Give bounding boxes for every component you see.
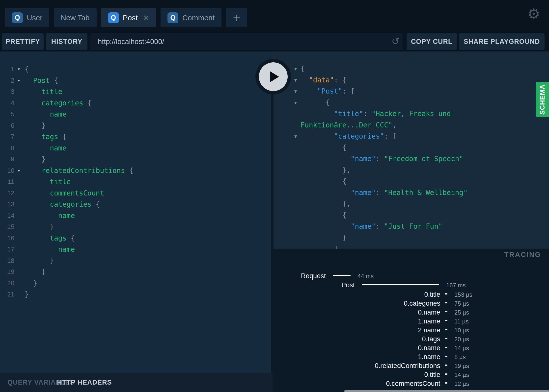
query-editor[interactable]: 1▾{2▾ Post {3 title4 categories {5 name6…	[0, 51, 273, 373]
fold-arrow-icon[interactable]: ▾	[292, 131, 299, 142]
code-line-text: }	[23, 278, 37, 289]
tracing-resolver-label: 1.name	[273, 353, 440, 361]
code-line-text: "name": "Just For Fun"	[273, 221, 549, 232]
fold-arrow-icon[interactable]: ▾	[292, 97, 299, 108]
tracing-duration-value: 25 µs	[454, 309, 469, 316]
endpoint-url-input[interactable]	[98, 33, 375, 50]
reload-schema-icon[interactable]: ↺	[391, 36, 399, 47]
response-line: "name": "Health & Wellbeing"	[273, 187, 549, 198]
editor-line: 16 tags {	[0, 233, 273, 244]
line-number: 10	[0, 165, 14, 176]
tab-comment[interactable]: QComment	[161, 8, 221, 27]
tracing-resolver-label: Post	[273, 281, 355, 289]
tracing-row: Post167 ms	[273, 281, 549, 290]
fold-gutter	[14, 266, 23, 278]
code-line-text: "name": "Freedom of Speech"	[273, 153, 549, 165]
response-json: ▾{▾ "data": {▾ "Post": [▾ { "title": "Ha…	[273, 51, 549, 249]
code-line-text: {	[273, 176, 549, 187]
new-tab-button[interactable]: +	[226, 8, 247, 27]
fold-gutter	[14, 154, 23, 165]
fold-arrow-icon[interactable]: ▾	[14, 165, 23, 176]
fold-arrow-icon[interactable]: ▾	[14, 64, 23, 75]
response-line: },	[273, 198, 549, 210]
code-line-text: name	[23, 143, 67, 154]
code-line-text: relatedContributions {	[23, 165, 133, 176]
code-line-text: }	[23, 289, 29, 300]
code-line-text: },	[273, 165, 549, 176]
prettify-button[interactable]: PRETTIFY	[2, 33, 44, 50]
code-line-text: name	[23, 109, 67, 120]
tracing-duration-bar	[362, 284, 439, 285]
share-playground-button[interactable]: SHARE PLAYGROUND	[459, 33, 545, 50]
code-line-text: tags {	[23, 131, 67, 143]
editor-line: 8 name	[0, 143, 273, 154]
response-line: ]	[273, 243, 549, 249]
line-number: 17	[0, 244, 14, 255]
line-number: 14	[0, 210, 14, 221]
graphql-playground: QUserNew TabQPost×QComment+ ⚙ PRETTIFY H…	[0, 0, 549, 392]
tracing-duration-tick	[445, 382, 447, 384]
tab-label: Post	[123, 14, 138, 22]
fold-arrow-icon[interactable]: ▾	[292, 74, 299, 86]
fold-arrow-icon[interactable]: ▾	[292, 86, 299, 97]
tracing-duration-value: 14 µs	[454, 371, 469, 378]
fold-arrow-icon[interactable]: ▾	[292, 63, 299, 74]
history-button[interactable]: HISTORY	[46, 33, 87, 50]
copy-curl-button[interactable]: COPY CURL	[407, 33, 457, 50]
tracing-duration-tick	[445, 338, 447, 339]
tracing-row: 0.relatedContributions19 µs	[273, 362, 549, 371]
tracing-row: 0.name25 µs	[273, 309, 549, 318]
tracing-row: 0.name14 µs	[273, 344, 549, 353]
code-line-text: categories {	[23, 98, 92, 109]
editor-line: 21}	[0, 289, 273, 300]
editor-line: 19 }	[0, 266, 273, 278]
tracing-resolver-label: 2.name	[273, 326, 440, 334]
tab-post[interactable]: QPost×	[101, 8, 156, 27]
line-number: 1	[0, 64, 14, 75]
line-number: 5	[0, 109, 14, 120]
editor-line: 14 name	[0, 210, 273, 221]
code-line-text: {	[273, 63, 549, 74]
tab-user[interactable]: QUser	[5, 8, 49, 27]
http-headers-tab[interactable]: HTTP HEADERS	[57, 379, 112, 386]
response-line: "title": "Hacker, Freaks und	[273, 108, 549, 120]
tracing-resolver-label: 0.name	[273, 309, 440, 316]
response-line: ▾ "data": {	[273, 74, 549, 86]
settings-gear-icon[interactable]: ⚙	[526, 4, 542, 23]
tracing-duration-tick	[445, 293, 447, 294]
tracing-panel: TRACING Request44 msPost167 ms0.title153…	[273, 249, 549, 392]
close-tab-icon[interactable]: ×	[143, 13, 149, 23]
response-line: "name": "Freedom of Speech"	[273, 153, 549, 165]
tracing-row: 1.name8 µs	[273, 353, 549, 362]
code-line-text: },	[273, 198, 549, 210]
line-number: 11	[0, 176, 14, 188]
horizontal-scrollbar[interactable]	[344, 390, 549, 392]
execute-button[interactable]	[255, 59, 291, 95]
response-line: Funktionäre...Der CCC",	[273, 120, 549, 131]
tracing-resolver-label: 0.relatedContributions	[273, 362, 440, 370]
fold-arrow-icon[interactable]: ▾	[14, 75, 23, 86]
fold-gutter	[14, 98, 23, 109]
editor-line: 17 name	[0, 244, 273, 255]
code-line-text: {	[273, 210, 549, 221]
tab-new-tab[interactable]: New Tab	[54, 8, 96, 27]
fold-gutter	[14, 233, 23, 244]
fold-gutter	[14, 289, 23, 300]
execute-button-circle	[259, 62, 288, 91]
editor-line: 7 tags {	[0, 131, 273, 143]
tracing-duration-value: 19 µs	[454, 363, 469, 369]
tracing-duration-tick	[445, 356, 447, 357]
line-number: 9	[0, 154, 14, 165]
fold-gutter	[14, 188, 23, 199]
line-number: 3	[0, 86, 14, 98]
editor-line: 5 name	[0, 109, 273, 120]
editor-line: 4 categories {	[0, 98, 273, 109]
code-line-text: }	[23, 154, 46, 165]
line-number: 4	[0, 98, 14, 109]
editor-line: 1▾{	[0, 64, 273, 75]
schema-tab[interactable]: SCHEMA	[536, 82, 549, 117]
line-number: 16	[0, 233, 14, 244]
fold-gutter	[14, 143, 23, 154]
response-line: },	[273, 165, 549, 176]
code-line-text: name	[23, 210, 75, 221]
